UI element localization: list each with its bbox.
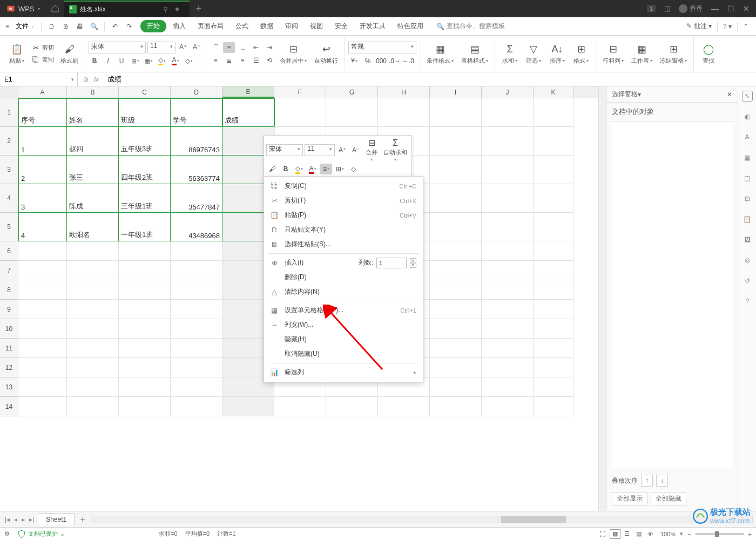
- add-sheet-button[interactable]: +: [77, 515, 88, 524]
- find-button[interactable]: ◯查找: [697, 42, 720, 66]
- cell[interactable]: [18, 261, 67, 280]
- strip-table-icon[interactable]: ▦: [742, 152, 753, 163]
- cell[interactable]: [430, 397, 482, 416]
- mini-font-name[interactable]: 宋体: [266, 144, 303, 156]
- cell[interactable]: 四年级2班: [119, 156, 171, 184]
- strip-text-icon[interactable]: A: [742, 132, 753, 143]
- cell[interactable]: [430, 319, 482, 339]
- cell[interactable]: [430, 127, 482, 156]
- col-header-G[interactable]: G: [326, 86, 378, 98]
- mini-format-painter[interactable]: 🖌: [266, 164, 278, 174]
- maximize-button[interactable]: ☐: [727, 4, 734, 13]
- cell[interactable]: [67, 358, 119, 377]
- file-menu[interactable]: 文件 ⌄: [14, 21, 37, 32]
- name-box[interactable]: E1: [0, 72, 78, 86]
- strip-history-icon[interactable]: ↺: [742, 275, 753, 286]
- cell[interactable]: [482, 300, 534, 319]
- ctx-paste-special[interactable]: 🗎选择性粘贴(S)...: [264, 237, 423, 252]
- table-style-button[interactable]: ▤ 表格样式▾: [458, 42, 491, 66]
- ctx-clear[interactable]: △清除内容(N): [264, 285, 423, 299]
- row-header[interactable]: 5: [0, 213, 18, 241]
- titlebar-settings-icon[interactable]: ◫: [664, 5, 670, 12]
- qat-print-icon[interactable]: 🖶: [74, 21, 86, 32]
- user-badge[interactable]: 香香: [679, 4, 703, 14]
- cell[interactable]: [18, 358, 67, 377]
- cell[interactable]: [482, 261, 534, 280]
- mini-border[interactable]: ⊞: [334, 164, 346, 174]
- increase-font-button[interactable]: A⁺: [177, 42, 189, 52]
- cell[interactable]: [534, 319, 573, 339]
- strip-clipboard-icon[interactable]: 📋: [742, 214, 753, 225]
- cell[interactable]: 张三: [67, 156, 119, 184]
- mini-font-size[interactable]: 11: [305, 144, 335, 156]
- cell[interactable]: [430, 261, 482, 280]
- col-header-D[interactable]: D: [171, 86, 222, 98]
- qat-undo-icon[interactable]: ↶: [109, 21, 121, 32]
- sheet-tab-active[interactable]: Sheet1: [38, 513, 75, 525]
- cell[interactable]: [482, 156, 534, 184]
- spinner-up[interactable]: ▴: [410, 258, 416, 263]
- row-header[interactable]: 3: [0, 156, 18, 184]
- cell[interactable]: [482, 339, 534, 358]
- cell[interactable]: 欧阳名: [67, 213, 119, 241]
- cell[interactable]: 班级: [119, 98, 171, 127]
- select-all-corner[interactable]: [0, 86, 18, 98]
- zoom-value[interactable]: 100%: [660, 531, 676, 537]
- align-center-button[interactable]: ≣: [223, 55, 235, 66]
- cell[interactable]: [119, 241, 171, 261]
- mini-merge-button[interactable]: ⊟合并 ▾: [363, 138, 380, 162]
- fx-icon[interactable]: fx: [94, 76, 99, 83]
- cell[interactable]: [534, 339, 573, 358]
- show-all-button[interactable]: 全部显示: [612, 492, 647, 505]
- cell[interactable]: 86976743: [171, 127, 222, 156]
- align-middle-button[interactable]: ≡: [223, 42, 235, 53]
- close-button[interactable]: ✕: [743, 4, 750, 13]
- cell[interactable]: [18, 241, 67, 261]
- cell[interactable]: [18, 319, 67, 339]
- notification-badge[interactable]: 1: [647, 5, 656, 12]
- mini-font-color[interactable]: A: [307, 164, 319, 174]
- home-tab-icon[interactable]: [46, 0, 64, 17]
- search-commands[interactable]: 🔍 查找命令、搜索模板: [436, 22, 505, 31]
- mini-increase-font[interactable]: A⁺: [336, 145, 348, 156]
- bold-button[interactable]: B: [89, 56, 100, 66]
- strip-select-icon[interactable]: ↖: [742, 91, 753, 102]
- cell[interactable]: [171, 358, 222, 377]
- annotation-button[interactable]: ✎ 批注 ▾: [686, 22, 712, 31]
- cell[interactable]: [482, 358, 534, 377]
- cell[interactable]: [18, 300, 67, 319]
- view-layout-button[interactable]: ▤: [633, 529, 644, 539]
- collapse-ribbon-button[interactable]: ⌃: [743, 23, 748, 30]
- cell[interactable]: [482, 377, 534, 397]
- qat-preview-icon[interactable]: 🔍: [88, 21, 100, 32]
- increase-decimal-button[interactable]: .0→: [389, 56, 401, 66]
- row-header[interactable]: 14: [0, 397, 18, 416]
- row-header[interactable]: 10: [0, 319, 18, 339]
- tab-security[interactable]: 安全: [329, 18, 353, 34]
- view-reading-button[interactable]: 👁: [645, 529, 656, 539]
- cell[interactable]: 2: [18, 156, 67, 184]
- cell[interactable]: [119, 377, 171, 397]
- row-header[interactable]: 13: [0, 377, 18, 397]
- cell[interactable]: [482, 98, 534, 127]
- col-header-F[interactable]: F: [274, 86, 326, 98]
- decrease-decimal-button[interactable]: ←.0: [402, 56, 414, 66]
- spinner[interactable]: ▴▾: [410, 258, 416, 268]
- tab-review[interactable]: 审阅: [280, 18, 303, 34]
- percent-button[interactable]: %: [362, 56, 374, 66]
- cell[interactable]: [430, 358, 482, 377]
- cell[interactable]: [430, 156, 482, 184]
- cell[interactable]: [67, 280, 119, 300]
- font-name-select[interactable]: 宋体: [89, 42, 146, 53]
- formula-input[interactable]: [104, 75, 201, 83]
- cell[interactable]: [430, 339, 482, 358]
- align-top-button[interactable]: ⎴: [210, 42, 221, 53]
- ctx-hide[interactable]: 隐藏(H): [264, 332, 423, 347]
- cell[interactable]: [18, 377, 67, 397]
- strip-more-icon[interactable]: ◎: [742, 255, 753, 266]
- row-header[interactable]: 4: [0, 184, 18, 213]
- horizontal-scrollbar[interactable]: [91, 516, 753, 523]
- cell[interactable]: [482, 397, 534, 416]
- ctx-insert[interactable]: ⊕ 插入(I) 列数: ▴▾: [264, 255, 423, 270]
- conditional-format-button[interactable]: ▦ 条件格式▾: [423, 42, 457, 66]
